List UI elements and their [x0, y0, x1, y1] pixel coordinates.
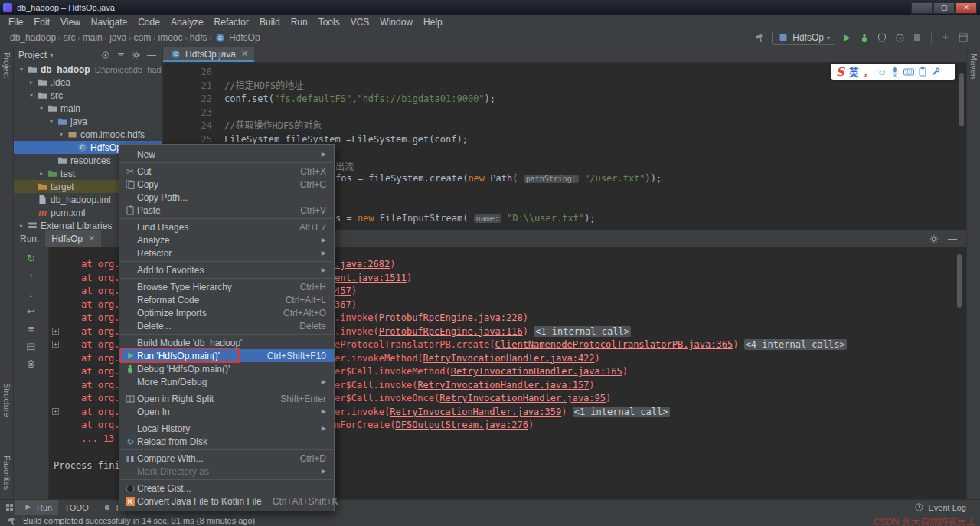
console-scrollbar[interactable]	[957, 254, 962, 308]
build-hammer-icon[interactable]	[754, 32, 766, 43]
menu-item-browse-type-hierarchy[interactable]: Browse Type HierarchyCtrl+H	[119, 280, 334, 293]
toolwindow-button-todo[interactable]: TODO	[58, 500, 95, 515]
code-line[interactable]: 22conf.set("fs.defaultFS","hdfs://bigdat…	[163, 93, 966, 106]
fold-icon[interactable]: +	[52, 341, 59, 348]
smiley-icon[interactable]: ☺	[877, 67, 887, 77]
breadcrumb-item-com[interactable]: com	[131, 32, 153, 43]
tool-stripe-favorites[interactable]: Favorites	[2, 456, 11, 490]
breadcrumb-item-hdfs[interactable]: hdfs	[188, 32, 210, 43]
menu-item-paste[interactable]: PasteCtrl+V	[119, 204, 334, 217]
menu-item-copy[interactable]: CopyCtrl+C	[119, 178, 334, 191]
menu-item-find-usages[interactable]: Find UsagesAlt+F7	[119, 221, 334, 234]
menubar-item-run[interactable]: Run	[286, 17, 313, 28]
menu-item-open-in[interactable]: Open In▶	[119, 405, 334, 418]
run-button[interactable]	[841, 32, 853, 43]
close-icon[interactable]: ✕	[88, 234, 95, 243]
clipboard-icon[interactable]	[919, 67, 926, 77]
project-panel-title[interactable]: Project	[18, 50, 47, 60]
menu-item-reformat-code[interactable]: Reformat CodeCtrl+Alt+L	[119, 293, 334, 306]
stop-button[interactable]	[911, 32, 923, 43]
up-icon[interactable]: ↑	[23, 270, 40, 282]
menu-item-compare-with[interactable]: Compare With...Ctrl+D	[119, 452, 334, 465]
menu-item-run-hdfsop-main[interactable]: Run 'HdfsOp.main()'Ctrl+Shift+F10	[119, 349, 334, 362]
hide-panel-icon[interactable]: —	[145, 50, 158, 60]
close-icon[interactable]: ✕	[241, 49, 248, 59]
breadcrumb-item-db-hadoop[interactable]: db_hadoop	[8, 32, 58, 43]
breadcrumb-item-java[interactable]: java	[107, 32, 129, 43]
menu-item-open-in-right-split[interactable]: Open in Right SplitShift+Enter	[119, 392, 334, 405]
menubar-item-navigate[interactable]: Navigate	[86, 17, 132, 28]
mic-icon[interactable]	[891, 67, 899, 77]
toolwindow-button-run[interactable]: Run	[15, 500, 58, 515]
menu-item-optimize-imports[interactable]: Optimize ImportsCtrl+Alt+O	[119, 306, 334, 319]
sogou-logo-icon[interactable]: S	[836, 65, 844, 79]
chevron-down-icon[interactable]: ▾	[47, 118, 56, 125]
tree-item-db-hadoop[interactable]: ▾db_hadoopD:\project\db_had	[14, 63, 162, 76]
menu-item-refactor[interactable]: Refactor▶	[119, 247, 334, 260]
hide-panel-icon[interactable]: —	[946, 234, 959, 244]
minimize-button[interactable]: —	[911, 2, 933, 14]
chevron-down-icon[interactable]: ▾	[27, 92, 36, 99]
chevron-down-icon[interactable]: ▾	[50, 52, 53, 59]
chevron-down-icon[interactable]: ▾	[57, 131, 66, 138]
editor-tab[interactable]: C HdfsOp.java ✕	[163, 47, 254, 62]
wrap-icon[interactable]: ↩	[23, 305, 40, 317]
editor-scrollbar[interactable]	[959, 73, 964, 126]
profiler-button[interactable]	[893, 32, 906, 43]
menu-item-local-history[interactable]: Local History▶	[119, 422, 334, 435]
coverage-button[interactable]	[876, 32, 888, 43]
window-layout-icon[interactable]	[957, 32, 969, 43]
breadcrumb-item-src[interactable]: src	[60, 32, 77, 43]
menubar-item-file[interactable]: File	[3, 17, 28, 28]
breadcrumb-item-imooc[interactable]: imooc	[156, 32, 185, 43]
run-tab[interactable]: HdfsOp ✕	[45, 230, 101, 247]
menubar-item-help[interactable]: Help	[418, 17, 448, 28]
menubar-item-vcs[interactable]: VCS	[345, 17, 375, 28]
menu-item-debug-hdfsop-main[interactable]: Debug 'HdfsOp.main()'	[119, 362, 334, 375]
list-icon[interactable]: ≡	[23, 322, 40, 335]
debug-button[interactable]	[858, 32, 871, 43]
menubar-item-build[interactable]: Build	[254, 17, 286, 28]
tree-item-idea[interactable]: ▸.idea	[14, 76, 162, 89]
menu-item-convert-java-file-to-kotlin-file[interactable]: KConvert Java File to Kotlin FileCtrl+Al…	[119, 495, 334, 508]
ime-punctuation-toggle[interactable]: ，	[864, 65, 873, 78]
menu-item-delete[interactable]: Delete...Delete	[119, 319, 334, 332]
toolwindow-button-event-log[interactable]: Event Log	[906, 500, 972, 515]
ime-language-toggle[interactable]: 英	[849, 64, 859, 79]
tree-item-java[interactable]: ▾java	[14, 115, 162, 128]
code-line[interactable]: 21//指定HDFS的地址	[163, 80, 966, 93]
settings-gear-icon[interactable]	[928, 234, 940, 244]
print-icon[interactable]: ▤	[23, 340, 40, 352]
menubar-item-window[interactable]: Window	[374, 17, 418, 28]
menu-item-more-run-debug[interactable]: More Run/Debug▶	[119, 375, 334, 388]
status-message[interactable]: Build completed successfully in 14 sec, …	[23, 516, 255, 525]
menubar-item-analyze[interactable]: Analyze	[165, 17, 209, 28]
menu-item-create-gist[interactable]: Create Gist...	[119, 482, 334, 495]
close-button[interactable]: ✕	[956, 2, 977, 14]
menu-item-add-to-favorites[interactable]: Add to Favorites▶	[119, 263, 334, 276]
menu-item-new[interactable]: New▶	[119, 148, 334, 161]
tree-item-main[interactable]: ▾main	[14, 102, 162, 115]
menubar-item-refactor[interactable]: Refactor	[209, 17, 254, 28]
chevron-down-icon[interactable]: ▾	[17, 66, 26, 73]
code-line[interactable]: 24//获取操作HDFS的对象	[163, 119, 966, 133]
chevron-down-icon[interactable]: ▾	[37, 105, 46, 112]
collapse-all-icon[interactable]	[115, 50, 127, 60]
breadcrumb-item-main[interactable]: main	[80, 32, 105, 43]
menubar-item-tools[interactable]: Tools	[313, 17, 345, 28]
menu-item-analyze[interactable]: Analyze▶	[119, 234, 334, 247]
tree-item-src[interactable]: ▾src	[14, 89, 162, 102]
trash-icon[interactable]	[23, 358, 40, 370]
menu-item-build-module-db-hadoop[interactable]: Build Module 'db_hadoop'	[119, 336, 334, 349]
code-line[interactable]: 23	[163, 106, 966, 120]
menu-item-reload-from-disk[interactable]: ↻Reload from Disk	[119, 435, 334, 448]
locate-file-icon[interactable]	[100, 50, 112, 60]
chevron-right-icon[interactable]: ▸	[27, 79, 36, 86]
keyboard-icon[interactable]	[903, 68, 914, 76]
menubar-item-code[interactable]: Code	[132, 17, 165, 28]
chevron-right-icon[interactable]: ▸	[17, 222, 26, 229]
chevron-right-icon[interactable]: ▸	[37, 170, 46, 177]
menu-item-cut[interactable]: ✂CutCtrl+X	[119, 165, 334, 178]
menu-item-mark-directory-as[interactable]: Mark Directory as▶	[119, 465, 334, 478]
run-config-select[interactable]: HdfsOp▾	[772, 31, 835, 45]
